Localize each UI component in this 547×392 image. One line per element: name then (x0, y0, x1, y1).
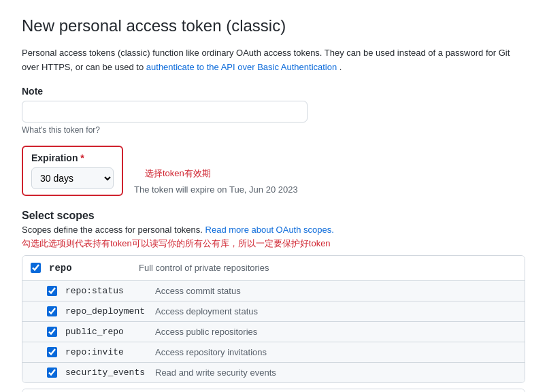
repo-scope-desc: Full control of private repositories (139, 263, 269, 273)
table-row: repo:status Access commit status (22, 281, 525, 301)
scopes-chinese-annotation: 勾选此选项则代表持有token可以读写你的所有公有库，所以一定要保护好token (22, 238, 525, 250)
expiration-chinese-annotation: 选择token有效期 (145, 168, 211, 178)
expiration-label-text: Expiration (31, 152, 78, 163)
expiration-box: Expiration * 7 days 30 days 60 days 90 d… (22, 146, 123, 196)
expiration-section: Expiration * 7 days 30 days 60 days 90 d… (22, 146, 525, 199)
scopes-title: Select scopes (22, 210, 525, 222)
repo-scope-children: repo:status Access commit status repo_de… (22, 281, 525, 382)
security-events-desc: Read and write security events (155, 368, 276, 378)
repo-deployment-checkbox[interactable] (47, 306, 57, 316)
table-row: repo:invite Access repository invitation… (22, 342, 525, 363)
public-repo-desc: Access public repositories (155, 327, 257, 337)
repo-invite-desc: Access repository invitations (155, 347, 267, 357)
description-text-2: . (339, 62, 342, 72)
repo-status-checkbox[interactable] (47, 286, 57, 296)
repo-deployment-desc: Access deployment status (155, 306, 258, 316)
repo-invite-name: repo:invite (65, 347, 147, 357)
expiration-select[interactable]: 7 days 30 days 60 days 90 days Custom No… (31, 167, 114, 189)
repo-deployment-name: repo_deployment (65, 306, 147, 316)
page-description: Personal access tokens (classic) functio… (22, 46, 525, 75)
expiration-right: 选择token有效期 The token will expire on Tue,… (134, 146, 298, 195)
table-row: repo_deployment Access deployment status (22, 301, 525, 322)
public-repo-name: public_repo (65, 327, 147, 337)
repo-status-desc: Access commit status (155, 286, 241, 296)
repo-scope-group: repo Full control of private repositorie… (22, 255, 525, 383)
page-title: New personal access token (classic) (22, 16, 525, 35)
repo-scope-main-row: repo Full control of private repositorie… (22, 256, 525, 281)
repo-checkbox[interactable] (31, 263, 41, 273)
note-hint: What's this token for? (22, 125, 525, 135)
workflow-scope-main-row: workflow Update GitHub Action workflows (22, 389, 525, 392)
security-events-checkbox[interactable] (47, 368, 57, 378)
note-section: Note What's this token for? (22, 86, 525, 135)
expiration-note: The token will expire on Tue, Jun 20 202… (134, 184, 298, 195)
expiration-label: Expiration * (31, 152, 114, 163)
required-star: * (80, 152, 84, 163)
scopes-link[interactable]: Read more about OAuth scopes. (205, 225, 334, 235)
workflow-scope-group: workflow Update GitHub Action workflows (22, 389, 525, 392)
repo-invite-checkbox[interactable] (47, 347, 57, 357)
note-label: Note (22, 86, 525, 97)
security-events-name: security_events (65, 368, 147, 378)
table-row: public_repo Access public repositories (22, 322, 525, 342)
auth-link[interactable]: authenticate to the API over Basic Authe… (146, 62, 337, 72)
expiration-row: 7 days 30 days 60 days 90 days Custom No… (31, 167, 114, 189)
scopes-section: Select scopes Scopes define the access f… (22, 210, 525, 392)
public-repo-checkbox[interactable] (47, 327, 57, 337)
repo-status-name: repo:status (65, 286, 147, 296)
note-input[interactable] (22, 101, 308, 122)
scopes-desc-text: Scopes define the access for personal to… (22, 225, 205, 235)
scopes-desc: Scopes define the access for personal to… (22, 225, 525, 235)
repo-scope-name: repo (49, 263, 131, 274)
table-row: security_events Read and write security … (22, 363, 525, 382)
